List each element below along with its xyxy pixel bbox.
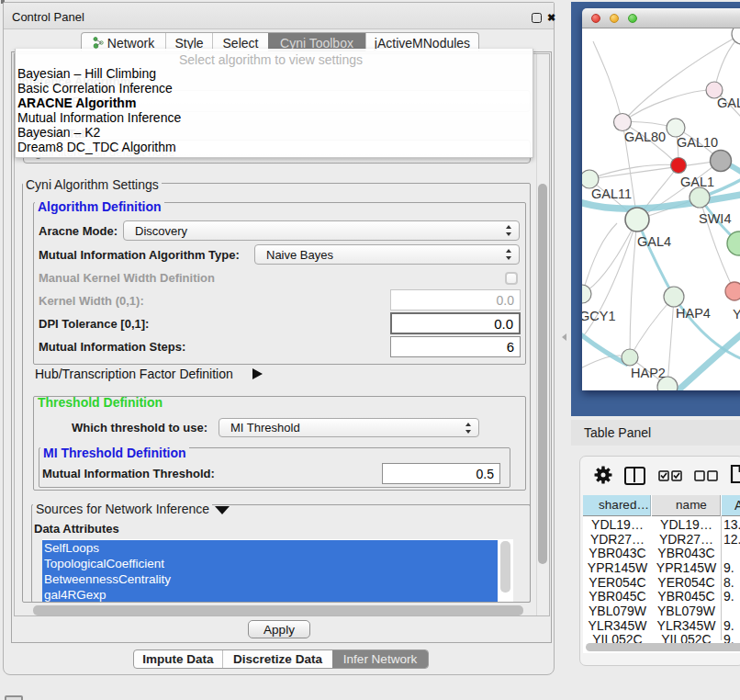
svg-text:GAL11: GAL11 [591,186,632,201]
svg-text:GAL: GAL [717,96,740,110]
svg-text:Y: Y [733,307,740,322]
svg-text:GCY1: GCY1 [582,309,616,323]
svg-text:GAL80: GAL80 [624,130,666,144]
svg-text:GAL10: GAL10 [677,135,718,150]
svg-text:HAP4: HAP4 [676,306,711,321]
svg-text:GAL1: GAL1 [680,175,714,189]
svg-text:HAP2: HAP2 [631,366,666,380]
svg-text:GAL4: GAL4 [637,234,671,249]
svg-text:SWI4: SWI4 [699,211,731,226]
